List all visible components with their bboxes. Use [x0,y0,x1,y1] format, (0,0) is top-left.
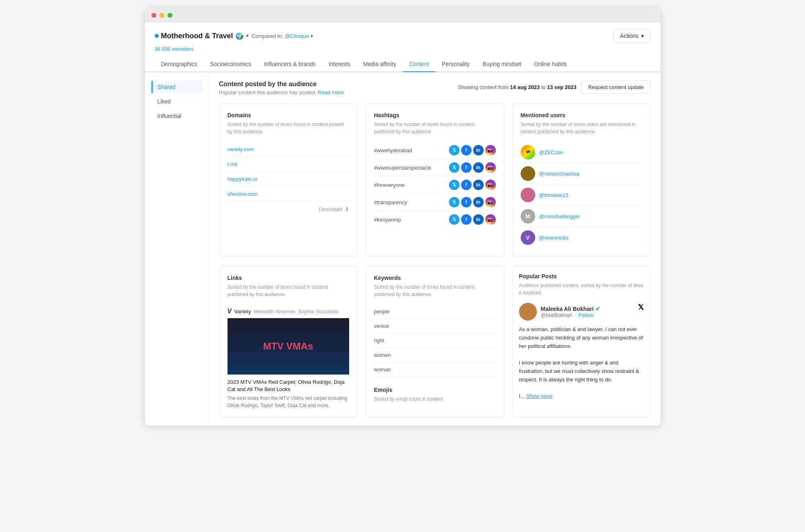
linkedin-icon[interactable]: in [473,180,484,190]
mentioned-user-row: V @vixennicks [521,227,642,248]
sidebar: Shared Liked Influential [145,72,209,426]
mentioned-users-title: Mentioned users [521,112,642,118]
popular-posts-title: Popular Posts [519,273,644,279]
emojis-title: Emojis [374,387,496,393]
facebook-icon[interactable]: f [461,214,472,225]
bottom-grid: Links Sorted by the number of times foun… [219,266,651,418]
sidebar-item-shared[interactable]: Shared [151,81,203,93]
domain-link[interactable]: t.me [228,161,238,167]
x-platform-icon: 𝕏 [638,303,644,312]
linkedin-icon[interactable]: in [473,214,484,225]
show-more-link[interactable]: Show more [526,393,553,399]
mentioned-user-row: @nelsonchamisa [521,163,642,184]
mentioned-user-row: @trinalew13 [521,184,642,206]
post-header: Maleeka Ali Bokhari ✔ @MalBokhari · Foll… [519,303,644,321]
link-image: MTV VMAs [228,318,349,375]
maximize-dot[interactable] [168,13,172,18]
instagram-icon[interactable]: 📷 [485,145,496,155]
status-dot [155,34,159,38]
domain-link[interactable]: vfxvoice.com [228,191,258,197]
sidebar-item-influential[interactable]: Influential [151,110,203,122]
download-row[interactable]: Download ⬇ [228,201,349,212]
date-range: Showing content from 14 aug 2023 to 13 s… [458,84,576,90]
facebook-icon[interactable]: f [461,162,472,173]
mentioned-users-card: Mentioned users Sorted by the number of … [512,104,651,257]
hashtag-row: #foreveryone 𝕏 f in 📷 [374,176,496,194]
tab-content[interactable]: Content [403,57,435,72]
tab-online-habits[interactable]: Online habits [528,57,573,72]
linkedin-icon[interactable]: in [473,145,484,155]
instagram-icon[interactable]: 📷 [485,197,496,207]
avatar [521,188,535,202]
hashtags-subtitle: Sorted by the number of times found in c… [374,121,496,135]
mentioned-user-row: M @mimitheblogger [521,206,642,227]
links-title: Links [228,275,349,281]
close-dot[interactable] [151,13,156,18]
post-user: Maleeka Ali Bokhari ✔ @MalBokhari · Foll… [519,303,600,321]
compared-to-dropdown[interactable]: ▾ [310,33,313,39]
post-author-name: Maleeka Ali Bokhari ✔ [541,306,600,312]
links-card: Links Sorted by the number of times foun… [219,266,358,418]
domain-link[interactable]: variety.com [228,146,254,152]
keywords-subtitle: Sorted by the number of times found in c… [374,284,496,298]
hashtag-text: #wwehyderabad [374,147,412,153]
avatar: V [521,230,535,245]
domains-subtitle: Sorted by the number of times found in c… [228,121,349,135]
facebook-icon[interactable]: f [461,145,472,155]
twitter-icon[interactable]: 𝕏 [449,197,459,207]
twitter-icon[interactable]: 𝕏 [449,162,459,173]
twitter-icon[interactable]: 𝕏 [449,180,459,190]
user-handle-link[interactable]: @vixennicks [539,235,569,241]
post-user-info: Maleeka Ali Bokhari ✔ @MalBokhari · Foll… [541,306,600,318]
follow-link[interactable]: Follow [578,312,594,318]
read-more-link[interactable]: Read more [318,89,344,95]
hashtag-text: #wwesuperstarspectacle [374,165,431,171]
twitter-icon[interactable]: 𝕏 [449,214,459,225]
domain-link[interactable]: happytrain.io [228,176,257,182]
user-handle-link[interactable]: @ZECzim [539,149,563,155]
user-handle-link[interactable]: @mimitheblogger [539,213,580,219]
user-handle-link[interactable]: @trinalew13 [539,192,568,198]
twitter-icon[interactable]: 𝕏 [449,145,459,155]
instagram-icon[interactable]: 📷 [485,180,496,190]
keywords-card: Keywords Sorted by the number of times f… [366,266,504,418]
tab-personality[interactable]: Personality [435,57,476,72]
audience-dropdown[interactable]: ▾ [246,33,248,39]
popular-posts-subtitle: Audience published content, sorted by th… [519,282,644,296]
request-update-button[interactable]: Request content update [581,81,650,94]
linkedin-icon[interactable]: in [473,197,484,207]
variety-logo-icon: V [228,308,232,315]
emojis-subtitle: Sorted by emoji count in content [374,395,496,403]
user-handle-link[interactable]: @nelsonchamisa [539,171,579,177]
linkedin-icon[interactable]: in [473,162,484,173]
tab-influencers-brands[interactable]: Influencers & brands [258,57,322,72]
compared-to: Compared to: @Clinique ▾ [252,33,314,39]
link-caption: 2023 MTV VMAs Red Carpet: Olivia Rodrigo… [228,375,349,395]
audience-name: Motherhood & Travel [161,32,233,40]
audience-title: Motherhood & Travel 🌍 ▾ [155,32,248,40]
main-content: Content posted by the audience Popular c… [209,72,660,426]
tab-socioeconomics[interactable]: Socioeconomics [204,57,258,72]
instagram-icon[interactable]: 📷 [485,162,496,173]
header: Motherhood & Travel 🌍 ▾ Compared to: @Cl… [145,23,660,72]
sidebar-item-liked[interactable]: Liked [151,95,203,108]
avatar [521,166,535,181]
facebook-icon[interactable]: f [461,197,472,207]
compared-to-link[interactable]: @Clinique [285,33,309,39]
members-count: 36 506 members [155,46,651,52]
hashtags-card: Hashtags Sorted by the number of times f… [366,104,504,257]
domains-title: Domains [228,112,349,118]
facebook-icon[interactable]: f [461,180,472,190]
actions-button[interactable]: Actions ▾ [613,29,651,43]
hashtags-title: Hashtags [374,112,496,118]
content-meta: Showing content from 14 aug 2023 to 13 s… [458,81,650,94]
tab-media-affinity[interactable]: Media affinity [357,57,403,72]
instagram-icon[interactable]: 📷 [485,214,496,225]
post-text: As a woman, politician & and lawyer, I c… [519,325,644,401]
minimize-dot[interactable] [159,13,164,18]
tab-demographics[interactable]: Demographics [155,57,204,72]
tab-interests[interactable]: Interests [322,57,357,72]
hashtag-row: #transparency 𝕏 f in 📷 [374,194,496,211]
domain-item: vfxvoice.com [228,186,349,201]
tab-buying-mindset[interactable]: Buying mindset [476,57,528,72]
